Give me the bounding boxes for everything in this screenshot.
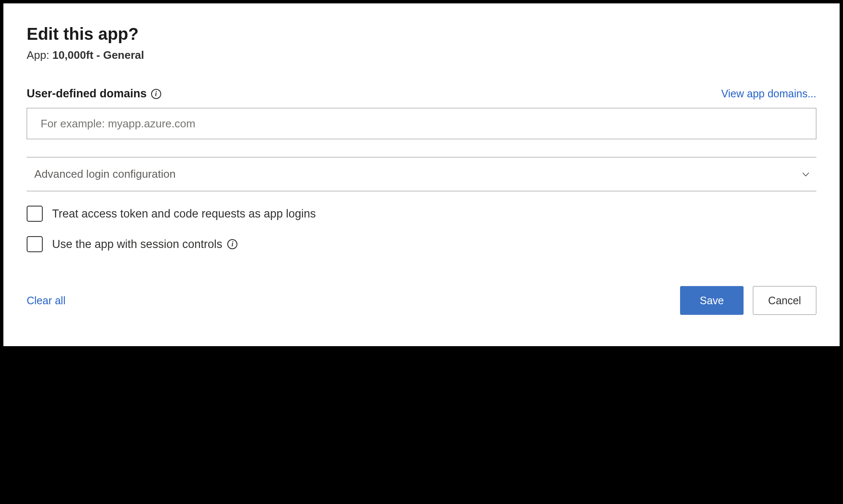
app-name: 10,000ft - General <box>52 49 144 61</box>
domains-label: User-defined domains <box>27 87 147 100</box>
save-button[interactable]: Save <box>680 286 744 315</box>
advanced-login-label: Advanced login configuration <box>34 168 176 181</box>
session-controls-checkbox[interactable] <box>27 236 43 252</box>
view-app-domains-link[interactable]: View app domains... <box>721 88 816 100</box>
treat-access-label: Treat access token and code requests as … <box>52 207 316 220</box>
edit-app-panel: Edit this app? App: 10,000ft - General U… <box>3 3 840 346</box>
footer-buttons: Save Cancel <box>680 286 816 315</box>
clear-all-link[interactable]: Clear all <box>27 295 66 307</box>
treat-access-row: Treat access token and code requests as … <box>27 206 816 222</box>
session-controls-row: Use the app with session controls i <box>27 236 816 252</box>
info-icon[interactable]: i <box>227 239 237 249</box>
treat-access-checkbox[interactable] <box>27 206 43 222</box>
session-controls-label: Use the app with session controls i <box>52 238 237 251</box>
info-icon[interactable]: i <box>151 89 161 99</box>
domains-label-wrap: User-defined domains i <box>27 87 161 100</box>
panel-title: Edit this app? <box>27 25 816 44</box>
advanced-login-expander[interactable]: Advanced login configuration <box>27 157 816 191</box>
domains-section-header: User-defined domains i View app domains.… <box>27 87 816 100</box>
domain-input[interactable] <box>27 108 816 139</box>
app-subtitle: App: 10,000ft - General <box>27 49 816 62</box>
session-controls-label-text: Use the app with session controls <box>52 238 222 251</box>
app-prefix: App: <box>27 49 52 61</box>
panel-footer: Clear all Save Cancel <box>27 286 816 315</box>
cancel-button[interactable]: Cancel <box>753 286 816 315</box>
chevron-down-icon <box>801 170 810 179</box>
